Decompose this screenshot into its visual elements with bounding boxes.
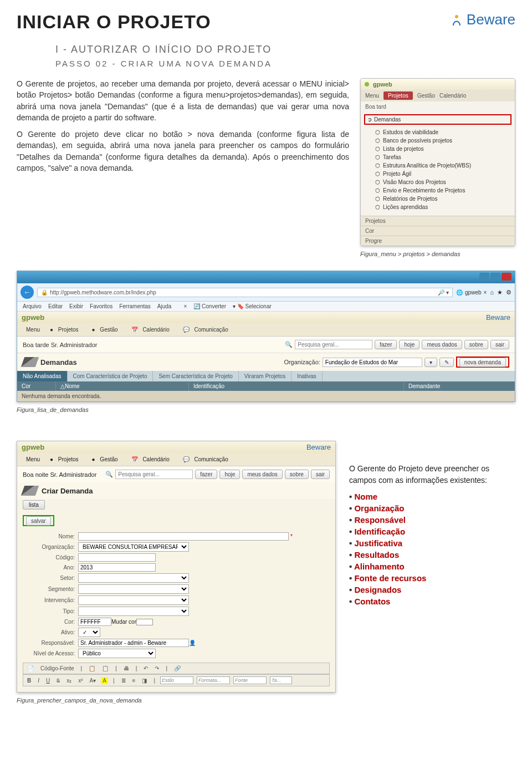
sair-button[interactable]: sair xyxy=(311,470,330,479)
rte-toolbar-2[interactable]: BIUS̶x₂x²A▾A|≣≡◨| xyxy=(23,674,330,686)
page-title: INICIAR O PROJETO xyxy=(17,11,211,33)
instructions-text: O Gerente do Projeto deve preencher os c… xyxy=(349,463,515,486)
gear-icon[interactable]: ⚙ xyxy=(506,289,511,296)
figure2-caption: Figura_lisa_de_demandas xyxy=(17,406,515,413)
sobre-button[interactable]: sobre xyxy=(464,340,488,349)
fazer-button[interactable]: fazer xyxy=(195,470,217,479)
field-item: Justificativa xyxy=(349,537,515,549)
rte-fonte[interactable] xyxy=(233,676,267,684)
figure3-caption: Figura_prencher_campos_da_nova_demanda xyxy=(17,697,336,704)
codigo-input[interactable] xyxy=(78,553,156,562)
highlight-demandas[interactable]: ➲ Demandas xyxy=(364,114,511,125)
org-label: Organização: xyxy=(23,544,78,550)
sobre-button[interactable]: sobre xyxy=(285,470,309,479)
app-brand: Beware xyxy=(486,313,510,322)
figure-lista-demandas: ← 🔒 http://gpweb.methodware.com.br/index… xyxy=(17,271,515,402)
search-icon: 🔍 xyxy=(285,341,293,348)
nivel-label: Nível de Acesso: xyxy=(23,650,78,656)
meus-dados-button[interactable]: meus dados xyxy=(422,340,462,349)
intervencao-select[interactable] xyxy=(78,595,189,605)
list-item[interactable]: ⬡Relatórios de Projetos xyxy=(375,195,511,203)
ativo-select[interactable]: ✓ xyxy=(78,628,100,637)
home-icon[interactable]: ⌂ xyxy=(490,289,494,296)
filter-tabs[interactable]: Não Analisadas Com Característica de Pro… xyxy=(17,371,515,381)
tab-calendario[interactable]: Calendário xyxy=(439,93,466,99)
tab-gestao[interactable]: Gestão xyxy=(417,93,435,99)
list-item[interactable]: ⬡Projeto Ágil xyxy=(375,170,511,178)
paragraph-1: O Gerente de projetos, ao receber uma de… xyxy=(17,78,349,123)
pencil-icon xyxy=(21,486,39,496)
side-projetos: Projetos xyxy=(361,216,515,226)
responsavel-label: Responsável: xyxy=(23,640,78,646)
figure-criar-demanda: gpweb Beware Menu ● Projetos ● Gestão 📅 … xyxy=(17,441,336,692)
list-item[interactable]: ⬡Estrutura Analítica de Projeto(WBS) xyxy=(375,161,511,170)
window-controls[interactable] xyxy=(478,273,511,282)
demandas-title: Demandas xyxy=(40,358,77,366)
fazer-button[interactable]: fazer xyxy=(375,340,397,349)
responsavel-input[interactable] xyxy=(78,639,189,647)
back-icon[interactable]: ← xyxy=(21,286,34,299)
rte-toolbar-1[interactable]: 📄Código-Fonte|📋📋|🖶|↶↷|🔗 xyxy=(23,663,330,674)
ano-input[interactable] xyxy=(78,563,156,572)
lock-icon: 🔒 xyxy=(41,289,48,296)
cor-label: Cor: xyxy=(23,619,78,625)
beware-icon xyxy=(450,13,463,27)
field-item: Organização xyxy=(349,502,515,514)
org-select[interactable]: BEWARE CONSULTORIA EMPRESARIAL LTDA xyxy=(78,542,189,552)
step-title: PASSO 02 - CRIAR UMA NOVA DEMANDA xyxy=(55,59,515,68)
nivel-select[interactable]: Público xyxy=(78,649,156,658)
org-dropdown[interactable]: ▾ xyxy=(424,358,437,367)
nome-input[interactable] xyxy=(78,532,289,541)
list-item[interactable]: ⬡Visão Macro dos Projetos xyxy=(375,178,511,186)
list-item[interactable]: ⬡Lições aprendidas xyxy=(375,203,511,211)
arrow-icon: ➲ xyxy=(367,116,372,123)
nova-demanda-button[interactable]: nova demanda xyxy=(459,358,506,367)
tab-menu[interactable]: Menu xyxy=(365,93,379,99)
field-item: Fonte de recursos xyxy=(349,572,515,584)
greeting: Boa noite Sr. Administrador xyxy=(23,471,96,478)
cor-input[interactable] xyxy=(78,618,111,626)
ie-menubar[interactable]: ArquivoEditarExibirFavoritosFerramentasA… xyxy=(17,302,515,312)
table-header: Cor △Nome Identificação Demandante xyxy=(17,381,515,391)
search-input[interactable] xyxy=(295,340,372,349)
list-item[interactable]: ⬡Lista de projetos xyxy=(375,145,511,153)
hoje-button[interactable]: hoje xyxy=(399,340,420,349)
figure1-caption: Figura_menu > projetos > demandas xyxy=(360,251,515,257)
org-input[interactable] xyxy=(323,358,422,367)
address-bar[interactable]: 🔒 http://gpweb.methodware.com.br/index.p… xyxy=(37,288,453,297)
segmento-select[interactable] xyxy=(78,584,189,594)
hoje-button[interactable]: hoje xyxy=(219,470,240,479)
sair-button[interactable]: sair xyxy=(490,340,509,349)
list-item[interactable]: ⬡Banco de possíveis projetos xyxy=(375,136,511,145)
meus-dados-button[interactable]: meus dados xyxy=(242,470,282,479)
app-name: gpweb xyxy=(22,443,44,451)
field-item: Designados xyxy=(349,584,515,595)
tipo-select[interactable] xyxy=(78,607,189,616)
field-item: Alinhamento xyxy=(349,561,515,572)
section-title: I - AUTORIZAR O INÍCIO DO PROJETO xyxy=(55,44,515,55)
search-input[interactable] xyxy=(115,470,193,479)
field-list: Nome Organização Responsável Identificaç… xyxy=(349,491,515,607)
star-icon[interactable]: ★ xyxy=(497,289,503,296)
list-item[interactable]: ⬡Tarefas xyxy=(375,153,511,161)
main-tabs[interactable]: Menu ● Projetos ● Gestão 📅 Calendário 💬 … xyxy=(17,453,335,466)
rte-estilo[interactable] xyxy=(160,676,193,684)
org-search[interactable]: ✎ xyxy=(439,358,454,367)
setor-select[interactable] xyxy=(78,573,189,583)
mudar-cor[interactable]: Mudar cor xyxy=(111,619,136,625)
tab-projetos[interactable]: Projetos xyxy=(383,91,413,100)
lista-tab[interactable]: lista xyxy=(23,500,45,510)
app-name: gpweb xyxy=(373,81,392,88)
list-item[interactable]: ⬡Estudos de viabilidade xyxy=(375,128,511,136)
browser-tab[interactable]: 🌐gpweb× xyxy=(456,289,487,296)
tipo-label: Tipo: xyxy=(23,608,78,614)
main-tabs[interactable]: Menu ● Projetos ● Gestão 📅 Calendário 💬 … xyxy=(17,323,515,337)
salvar-button[interactable]: salvar xyxy=(26,516,51,526)
rte-ta[interactable] xyxy=(270,676,292,684)
list-item[interactable]: ⬡Envio e Recebimento de Projetos xyxy=(375,186,511,195)
brand-logo: Beware xyxy=(450,11,515,28)
codigo-label: Código: xyxy=(23,554,78,561)
rte-formata[interactable] xyxy=(197,676,230,684)
app-brand: Beware xyxy=(306,443,331,451)
user-picker-icon[interactable]: 👤 xyxy=(189,640,196,646)
